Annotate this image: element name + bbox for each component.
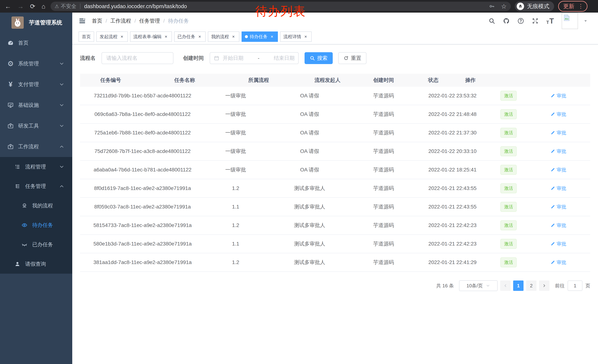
refresh-icon bbox=[343, 56, 349, 61]
font-size-icon[interactable]: TT bbox=[546, 17, 554, 25]
approve-link[interactable]: 审批 bbox=[550, 259, 566, 266]
pen-icon bbox=[550, 167, 555, 172]
close-icon[interactable]: × bbox=[231, 34, 236, 39]
sidebar-item-system[interactable]: ⚙ 系统管理 bbox=[0, 53, 72, 74]
approve-link[interactable]: 审批 bbox=[550, 222, 566, 229]
sidebar-item-process-management[interactable]: 流程管理 bbox=[0, 157, 72, 177]
cell-task-id: 725a1eb6-7b88-11ec-8ef0-acde48001122 bbox=[80, 130, 205, 136]
dashboard-icon bbox=[8, 40, 14, 46]
tab[interactable]: 我的流程 × bbox=[208, 32, 239, 42]
sidebar-item-todo-tasks[interactable]: 待办任务 bbox=[0, 215, 72, 235]
gear-icon: ⚙ bbox=[8, 60, 14, 67]
tab[interactable]: 待办任务 × bbox=[241, 32, 278, 42]
avatar[interactable] bbox=[562, 13, 578, 29]
avatar-caret-icon[interactable] bbox=[583, 18, 588, 23]
sidebar-item-payment[interactable]: ¥ 支付管理 bbox=[0, 74, 72, 95]
cell-task-name: 一级审批 bbox=[205, 129, 266, 136]
approve-link[interactable]: 审批 bbox=[550, 148, 566, 155]
url-text[interactable]: dashboard.yudao.iocoder.cn/bpm/task/todo bbox=[84, 3, 187, 9]
close-icon[interactable]: × bbox=[269, 34, 274, 39]
fullscreen-icon[interactable] bbox=[532, 18, 539, 24]
sidebar-item-workflow[interactable]: 工作流程 bbox=[0, 136, 72, 157]
close-icon[interactable]: × bbox=[163, 34, 169, 39]
sidebar-item-done-tasks[interactable]: 已办任务 bbox=[0, 235, 72, 254]
pen-icon bbox=[550, 186, 555, 191]
sidebar-item-home[interactable]: 首页 bbox=[0, 32, 72, 53]
sidebar-item-leave-query[interactable]: 请假查询 bbox=[0, 254, 72, 274]
close-icon[interactable]: × bbox=[303, 34, 308, 39]
next-page-button[interactable] bbox=[539, 281, 549, 291]
cell-task-name: 1.2 bbox=[205, 222, 266, 228]
incognito-label: 无痕模式 bbox=[527, 3, 549, 10]
tab[interactable]: 已办任务 × bbox=[174, 32, 206, 42]
chevron-down-icon bbox=[486, 283, 490, 288]
table-header-cell: 任务名称 bbox=[141, 77, 228, 84]
sidebar-item-label: 待办任务 bbox=[32, 222, 53, 229]
tab[interactable]: 流程详情 × bbox=[280, 32, 312, 42]
pen-icon bbox=[550, 130, 555, 135]
approve-label: 审批 bbox=[557, 204, 566, 210]
cell-status: 激活 bbox=[491, 183, 526, 193]
bookmark-star-icon[interactable]: ☆ bbox=[501, 3, 507, 10]
tab[interactable]: 流程表单-编辑 × bbox=[130, 32, 172, 42]
cell-task-name: 一级审批 bbox=[205, 166, 266, 173]
tab[interactable]: 发起流程 × bbox=[96, 32, 128, 42]
approve-link[interactable]: 审批 bbox=[550, 111, 566, 118]
approve-link[interactable]: 审批 bbox=[550, 167, 566, 173]
table-header-row: 任务编号 任务名称 所属流程 流程发起人 创建时间 状态 操作 bbox=[80, 74, 590, 87]
breadcrumb-task-management[interactable]: 任务管理 bbox=[139, 17, 160, 24]
sidebar-collapse-icon[interactable] bbox=[79, 17, 86, 25]
github-icon[interactable] bbox=[503, 18, 510, 24]
approve-link[interactable]: 审批 bbox=[550, 185, 566, 192]
cell-task-id: a6aba0a4-7b6d-11ec-b781-acde48001122 bbox=[80, 167, 205, 173]
app-logo-row[interactable]: 芋道管理系统 bbox=[0, 13, 72, 32]
create-time-label: 创建时间 bbox=[183, 55, 204, 62]
cell-process: 测试多审批人 bbox=[266, 185, 353, 192]
browser-home-button[interactable]: ⌂ bbox=[42, 3, 46, 9]
sidebar-item-task-management[interactable]: 任务管理 bbox=[0, 177, 72, 196]
approve-link[interactable]: 审批 bbox=[550, 204, 566, 210]
person-icon bbox=[15, 261, 20, 267]
cell-create-time: 2022-01-21 22:42:23 bbox=[414, 222, 491, 228]
browser-forward-button[interactable]: → bbox=[17, 3, 24, 9]
cell-initiator: 芋道源码 bbox=[353, 222, 414, 229]
search-icon[interactable] bbox=[489, 18, 495, 24]
sidebar-item-label: 我的流程 bbox=[32, 202, 53, 209]
close-icon[interactable]: × bbox=[119, 34, 125, 39]
sidebar-item-infrastructure[interactable]: 基础设施 bbox=[0, 95, 72, 115]
password-key-icon[interactable] bbox=[489, 3, 495, 9]
approve-link[interactable]: 审批 bbox=[550, 129, 566, 136]
sidebar-item-label: 系统管理 bbox=[18, 60, 39, 67]
chevron-down-icon bbox=[59, 102, 65, 108]
browser-back-button[interactable]: ← bbox=[5, 3, 11, 9]
browser-update-button[interactable]: 更新 ⋮ bbox=[558, 1, 587, 12]
approve-link[interactable]: 审批 bbox=[550, 241, 566, 247]
incognito-badge: 无痕模式 bbox=[515, 1, 554, 11]
tab[interactable]: 首页 × bbox=[79, 32, 94, 42]
goto-page-input[interactable] bbox=[568, 281, 582, 291]
table-row: a6aba0a4-7b6d-11ec-b781-acde48001122 一级审… bbox=[80, 161, 590, 179]
close-icon[interactable]: × bbox=[197, 34, 202, 39]
prev-page-button[interactable] bbox=[500, 281, 511, 291]
date-range-picker[interactable]: 开始日期 - 结束日期 bbox=[210, 52, 299, 64]
browser-reload-button[interactable]: ⟳ bbox=[30, 3, 35, 9]
search-button[interactable]: 搜索 bbox=[305, 52, 333, 64]
cell-status: 激活 bbox=[491, 146, 526, 156]
breadcrumb-workflow[interactable]: 工作流程 bbox=[110, 17, 131, 24]
cell-process: 测试多审批人 bbox=[266, 203, 353, 210]
page-button-2[interactable]: 2 bbox=[526, 281, 537, 291]
process-name-input[interactable] bbox=[101, 52, 173, 64]
sidebar-item-devtools[interactable]: 研发工具 bbox=[0, 115, 72, 136]
reset-button[interactable]: 重置 bbox=[338, 52, 366, 64]
breadcrumb-home[interactable]: 首页 bbox=[92, 17, 102, 24]
sidebar-item-my-process[interactable]: 我的流程 bbox=[0, 196, 72, 215]
app-title: 芋道管理系统 bbox=[29, 19, 62, 26]
approve-link[interactable]: 审批 bbox=[550, 93, 566, 99]
cell-task-id: 75d72608-7b7f-11ec-a3c8-acde48001122 bbox=[80, 148, 205, 154]
page-button-1[interactable]: 1 bbox=[513, 281, 523, 291]
browser-menu-icon[interactable]: ⋮ bbox=[578, 4, 583, 9]
page-size-value: 10条/页 bbox=[466, 283, 483, 289]
help-icon[interactable] bbox=[517, 18, 524, 24]
page-size-select[interactable]: 10条/页 bbox=[459, 280, 498, 291]
cell-initiator: 芋道源码 bbox=[353, 240, 414, 247]
